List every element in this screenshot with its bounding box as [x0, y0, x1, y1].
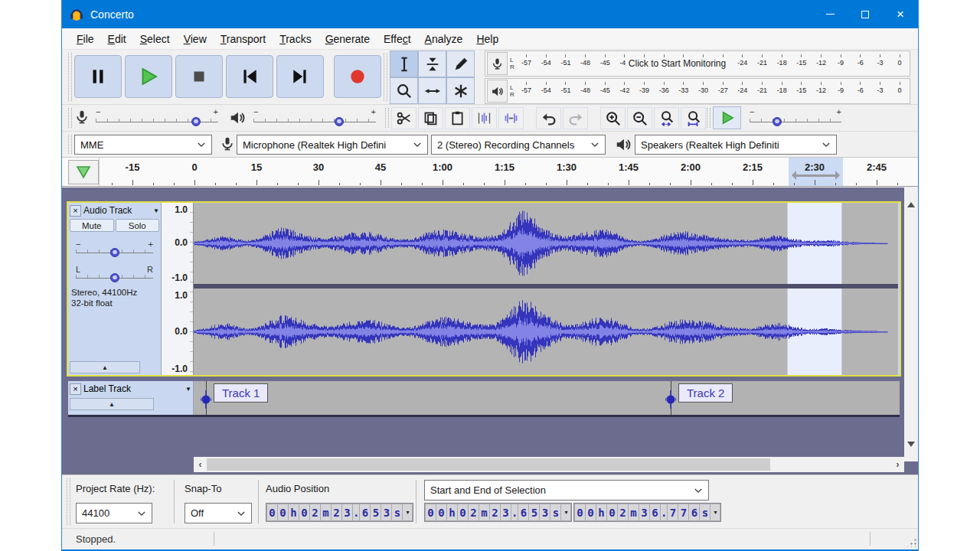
- selection-mode-dropdown[interactable]: Start and End of Selection: [424, 480, 709, 500]
- playback-volume-thumb[interactable]: [335, 117, 344, 126]
- time-digit[interactable]: 7: [668, 504, 678, 520]
- mute-button[interactable]: Mute: [70, 219, 114, 232]
- cut-button[interactable]: [391, 107, 416, 129]
- fit-project-button[interactable]: [681, 107, 706, 129]
- undo-button[interactable]: [536, 107, 561, 129]
- audio-host-dropdown[interactable]: MME: [74, 135, 212, 155]
- label-text-box[interactable]: Track 2: [678, 383, 733, 403]
- menu-effect[interactable]: Effect: [377, 30, 418, 48]
- time-digit[interactable]: 5: [371, 504, 381, 520]
- audio-position-field[interactable]: 00h02m23.653s▾: [266, 503, 413, 522]
- time-digit[interactable]: 6: [689, 504, 699, 520]
- record-button[interactable]: [334, 55, 381, 98]
- time-unit[interactable]: .: [661, 504, 667, 520]
- playback-volume-slider[interactable]: − +: [253, 109, 376, 126]
- selection-resize-arrows[interactable]: [795, 174, 837, 177]
- time-digit[interactable]: 2: [332, 504, 341, 520]
- snap-to-dropdown[interactable]: Off: [185, 503, 252, 523]
- time-format-caret-icon[interactable]: ▾: [710, 504, 720, 520]
- menu-help[interactable]: Help: [469, 30, 505, 48]
- recording-volume-thumb[interactable]: [191, 117, 201, 126]
- play-at-speed-grip[interactable]: [707, 108, 710, 128]
- close-track-button[interactable]: ×: [70, 205, 81, 217]
- playback-meter-speaker-icon[interactable]: [487, 80, 508, 103]
- timeline-ruler[interactable]: -1501530451:001:151:301:452:002:152:302:…: [62, 158, 918, 187]
- selection-start-field[interactable]: 00h02m23.653s▾: [424, 503, 572, 522]
- project-rate-dropdown[interactable]: 44100: [76, 503, 152, 523]
- close-label-track-button[interactable]: ×: [70, 383, 81, 395]
- copy-button[interactable]: [418, 107, 443, 129]
- time-digit[interactable]: 6: [650, 504, 660, 520]
- solo-button[interactable]: Solo: [116, 219, 160, 232]
- playback-device-dropdown[interactable]: Speakers (Realtek High Definiti: [635, 135, 837, 155]
- draw-tool-button[interactable]: [446, 51, 475, 77]
- time-unit[interactable]: h: [289, 504, 299, 520]
- gain-thumb[interactable]: [110, 248, 119, 257]
- zoom-tool-button[interactable]: [390, 77, 418, 104]
- collapse-label-track-button[interactable]: ▲: [70, 398, 154, 410]
- device-toolbar-grip[interactable]: [68, 135, 72, 154]
- scroll-down-arrow[interactable]: [907, 442, 915, 451]
- time-unit[interactable]: h: [596, 504, 606, 520]
- silence-audio-button[interactable]: [498, 107, 524, 129]
- time-digit[interactable]: 2: [490, 504, 500, 520]
- time-format-caret-icon[interactable]: ▾: [403, 504, 412, 520]
- play-speed-slider[interactable]: − +: [750, 109, 841, 126]
- mixer-toolbar-grip[interactable]: [68, 108, 72, 128]
- vertical-scale-ruler[interactable]: 1.00.0-1.01.00.0-1.0: [162, 203, 194, 375]
- record-meter-mic-icon[interactable]: [487, 52, 508, 75]
- time-unit[interactable]: s: [392, 504, 402, 520]
- recording-volume-slider[interactable]: − +: [96, 109, 218, 126]
- label-lane[interactable]: Track 1Track 2: [194, 381, 900, 415]
- pause-button[interactable]: [74, 55, 122, 98]
- recording-channels-dropdown[interactable]: 2 (Stereo) Recording Channels: [431, 135, 606, 155]
- edit-toolbar-grip[interactable]: [385, 108, 389, 128]
- recording-device-dropdown[interactable]: Microphone (Realtek High Defini: [237, 135, 428, 155]
- time-digit[interactable]: 3: [540, 504, 550, 520]
- skip-to-start-button[interactable]: [226, 55, 273, 98]
- time-unit[interactable]: s: [700, 504, 710, 520]
- waveform-display[interactable]: [194, 203, 898, 375]
- label-track[interactable]: × Label Track ▼ ▲ Track 1Track 2: [68, 381, 900, 417]
- scroll-left-arrow[interactable]: ‹: [194, 457, 207, 472]
- envelope-tool-button[interactable]: [418, 51, 446, 77]
- time-digit[interactable]: 0: [458, 504, 468, 520]
- time-digit[interactable]: 0: [426, 504, 436, 520]
- label-track-menu-caret-icon[interactable]: ▼: [185, 386, 191, 393]
- time-digit[interactable]: 7: [678, 504, 688, 520]
- vertical-scrollbar[interactable]: [904, 187, 918, 461]
- skip-to-end-button[interactable]: [276, 55, 324, 98]
- collapse-track-button[interactable]: ▲: [70, 361, 140, 373]
- menu-select[interactable]: Select: [133, 30, 177, 48]
- time-digit[interactable]: 0: [436, 504, 446, 520]
- time-digit[interactable]: 3: [639, 504, 649, 520]
- label-text-box[interactable]: Track 1: [214, 383, 268, 403]
- scroll-up-arrow[interactable]: [907, 198, 915, 207]
- tools-toolbar-grip[interactable]: [384, 53, 387, 101]
- menu-edit[interactable]: Edit: [101, 30, 133, 48]
- time-digit[interactable]: 6: [360, 504, 370, 520]
- stop-button[interactable]: [175, 55, 223, 98]
- time-digit[interactable]: 0: [607, 504, 617, 520]
- time-digit[interactable]: 0: [586, 504, 596, 520]
- monitoring-overlay[interactable]: Click to Start Monitoring: [626, 58, 729, 69]
- resize-grip[interactable]: [906, 538, 916, 547]
- time-unit[interactable]: h: [447, 504, 457, 520]
- play-at-speed-button[interactable]: [713, 106, 741, 129]
- time-digit[interactable]: 2: [469, 504, 479, 520]
- close-button[interactable]: ×: [883, 0, 918, 28]
- maximize-button[interactable]: [848, 0, 883, 28]
- menu-generate[interactable]: Generate: [318, 30, 377, 48]
- scroll-right-arrow[interactable]: ›: [891, 457, 904, 472]
- recording-meter[interactable]: LR -57-54-51-48-45-42-39-36-33-30-27-24-…: [485, 51, 910, 77]
- minimize-button[interactable]: [812, 0, 848, 28]
- waveform-left-channel[interactable]: [194, 203, 898, 284]
- label-track-name[interactable]: Label Track: [83, 383, 185, 394]
- time-unit[interactable]: .: [511, 504, 518, 520]
- trim-audio-button[interactable]: [472, 107, 497, 129]
- play-button[interactable]: [125, 55, 172, 98]
- fit-selection-button[interactable]: [654, 107, 679, 129]
- time-unit[interactable]: m: [321, 504, 331, 520]
- label-marker-knob[interactable]: [201, 390, 211, 409]
- time-ruler[interactable]: -1501530451:001:151:301:452:002:152:302:…: [99, 158, 904, 186]
